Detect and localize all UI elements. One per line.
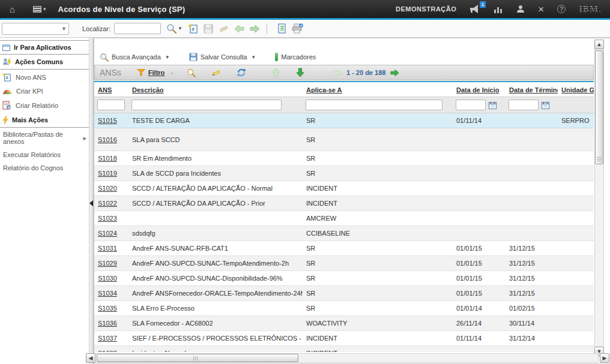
sidebar-item-go-to-apps[interactable]: Ir Para Aplicativos (0, 40, 89, 55)
previous-record-button[interactable] (234, 25, 244, 33)
ans-link[interactable]: S1019 (98, 170, 117, 177)
save-button[interactable] (204, 24, 213, 34)
move-up-button[interactable] (272, 68, 280, 77)
table-row[interactable]: S1037 SIEF / E-PROCESSOS / PROCESSOS ELE… (94, 331, 594, 346)
scroll-up-icon[interactable]: ▲ (594, 40, 604, 49)
col-header-ans[interactable]: ANS (94, 82, 128, 97)
search-input[interactable] (114, 23, 161, 34)
table-row[interactable]: S1029 AndreF ANO-SUPCD-SUNAC-TempoAtendi… (94, 256, 594, 271)
sidebar-item-novo-ans[interactable]: # Novo ANS (0, 70, 89, 85)
calendar-icon[interactable] (542, 101, 549, 109)
scroll-right-icon[interactable]: ▶ (600, 353, 609, 363)
table-row[interactable]: S1016 SLA para SCCD SR (94, 128, 594, 151)
filter-aplica-input[interactable] (306, 100, 442, 110)
notifications-button[interactable]: 1 (470, 5, 480, 13)
move-down-button[interactable] (296, 68, 304, 77)
sidebar-item-criar-kpi[interactable]: Criar KPI (0, 85, 89, 98)
ans-link[interactable]: S1020 (98, 185, 117, 192)
bar-chart-icon[interactable] (494, 5, 503, 13)
next-record-button[interactable] (250, 25, 260, 33)
calendar-icon[interactable] (489, 101, 497, 109)
help-icon[interactable]: ? (557, 5, 566, 13)
ans-link[interactable]: S1023 (98, 215, 117, 222)
ans-link[interactable]: S1034 (98, 290, 117, 297)
svg-text:#: # (192, 26, 195, 32)
filter-ans-input[interactable] (97, 100, 125, 110)
collapse-sidebar-icon[interactable] (89, 200, 93, 206)
cell-aplica: WOACTIVITY (303, 316, 453, 331)
chevron-down-icon: ▼ (165, 55, 170, 60)
busca-avancada-button[interactable]: Busca Avançada ▼ (100, 53, 170, 62)
filtro-link[interactable]: Filtro (148, 69, 165, 76)
col-header-data-termino[interactable]: Data de Término (506, 82, 558, 97)
scroll-left-icon[interactable]: ◀ (86, 353, 95, 363)
ans-link[interactable]: S1015 (98, 117, 117, 124)
marcadores-button[interactable]: Marcadores (275, 53, 316, 61)
filter-funnel-icon[interactable] (137, 69, 145, 76)
table-search-button[interactable] (187, 68, 196, 77)
table-row[interactable]: S1024 sdsdqfg CCIBASELINE (94, 226, 594, 241)
table-edit-button[interactable] (211, 68, 221, 77)
ans-link[interactable]: S1035 (98, 305, 117, 312)
col-header-data-inicio[interactable]: Data de Início (453, 82, 506, 97)
next-page-button[interactable] (390, 69, 399, 77)
table-row[interactable]: S1038 Incidente - Normal INCIDENT (94, 346, 594, 353)
table-row[interactable]: S1020 SCCD / ALTERAÇÃO DA APLICAÇÃO - No… (94, 181, 594, 196)
query-select[interactable]: ▼ (2, 23, 69, 35)
vertical-scroll-thumb[interactable] (595, 50, 603, 164)
filter-inicio-input[interactable] (456, 100, 486, 110)
ans-link[interactable]: S1024 (98, 230, 117, 237)
ans-link[interactable]: S1031 (98, 245, 117, 252)
window-stack-menu[interactable]: ▾ (33, 6, 46, 13)
table-row[interactable]: S1019 SLA de SCCD para Incidentes SR (94, 166, 594, 181)
ans-link[interactable]: S1016 (98, 136, 117, 143)
table-row[interactable]: S1018 SR Em Atendimento SR (94, 151, 594, 166)
ans-link[interactable]: S1022 (98, 200, 117, 207)
salvar-consulta-button[interactable]: Salvar Consulta ▼ (189, 53, 256, 61)
new-record-button[interactable]: # (188, 23, 198, 34)
filter-descricao-input[interactable] (131, 100, 282, 110)
title-bar: ⌂ ▾ Acordos de Nivel de Serviço (SP) DEM… (0, 0, 610, 18)
table-row[interactable]: S1023 AMCREW (94, 211, 594, 226)
page-title: Acordos de Nivel de Serviço (SP) (58, 5, 186, 14)
table-row[interactable]: S1030 AndreF ANO-SUPCD-SUNAC-Disponibili… (94, 271, 594, 286)
cell-aplica: SR (303, 286, 453, 301)
ans-link[interactable]: S1030 (98, 275, 117, 282)
table-row[interactable]: S1034 AndreF ANSFornecedor-ORACLE-TempoA… (94, 286, 594, 301)
col-header-descricao[interactable]: Descrição (128, 82, 303, 97)
sidebar-item-executar-relatorios[interactable]: Executar Relatórios (0, 148, 89, 161)
close-icon[interactable]: × (538, 4, 544, 14)
scroll-grip (193, 356, 199, 360)
cell-inicio (453, 151, 506, 166)
chevron-down-icon: ▼ (61, 26, 67, 32)
clear-changes-button[interactable] (219, 24, 229, 33)
ans-link[interactable]: S1036 (98, 320, 117, 327)
ans-link[interactable]: S1037 (98, 335, 117, 342)
table-row[interactable]: S1022 SCCD / ALTERAÇÃO DA APLICAÇÃO - Pr… (94, 196, 594, 211)
ans-link[interactable]: S1029 (98, 260, 117, 267)
col-header-unidade[interactable]: Unidade Ges (558, 82, 594, 97)
refresh-button[interactable] (237, 68, 246, 77)
person-icon[interactable] (516, 5, 525, 13)
table-row[interactable]: S1035 SLA Erro E-Processo SR 01/01/14 01… (94, 301, 594, 316)
table-row[interactable]: S1036 SLA Fornecedor - AC68002 WOACTIVIT… (94, 316, 594, 331)
search-button[interactable]: ▼ (166, 23, 183, 34)
table-row[interactable]: S1015 TESTE DE CARGA SR 01/11/14 SERPRO (94, 113, 594, 128)
sidebar-item-biblioteca-anexos[interactable]: Biblioteca/Pastas de anexos ▸ (0, 128, 89, 148)
ans-link[interactable]: S1018 (98, 155, 117, 162)
table-row[interactable]: S1031 AndreF ANS-SUNAC-RFB-CAT1 SR 01/01… (94, 241, 594, 256)
sidebar-item-criar-relatorio[interactable]: Criar Relatório (0, 98, 89, 113)
cell-desc: SLA Erro E-Processo (128, 301, 303, 316)
sidebar-item-relatorio-cognos[interactable]: Relatório do Cognos (0, 161, 89, 175)
reports-button[interactable] (277, 23, 286, 34)
sidebar-section-common-actions[interactable]: Ações Comuns (0, 55, 89, 70)
ans-link[interactable]: S1038 (98, 350, 117, 352)
col-header-aplica-se[interactable]: Aplica-se A (303, 82, 453, 97)
filter-termino-input[interactable] (509, 100, 539, 110)
prev-page-button[interactable] (333, 69, 342, 77)
report-icon (277, 23, 286, 34)
home-icon[interactable]: ⌂ (10, 4, 15, 14)
marcadores-label: Marcadores (281, 53, 316, 61)
sidebar-section-more-actions[interactable]: Mais Ações (0, 113, 89, 128)
print-button[interactable] (292, 23, 303, 34)
